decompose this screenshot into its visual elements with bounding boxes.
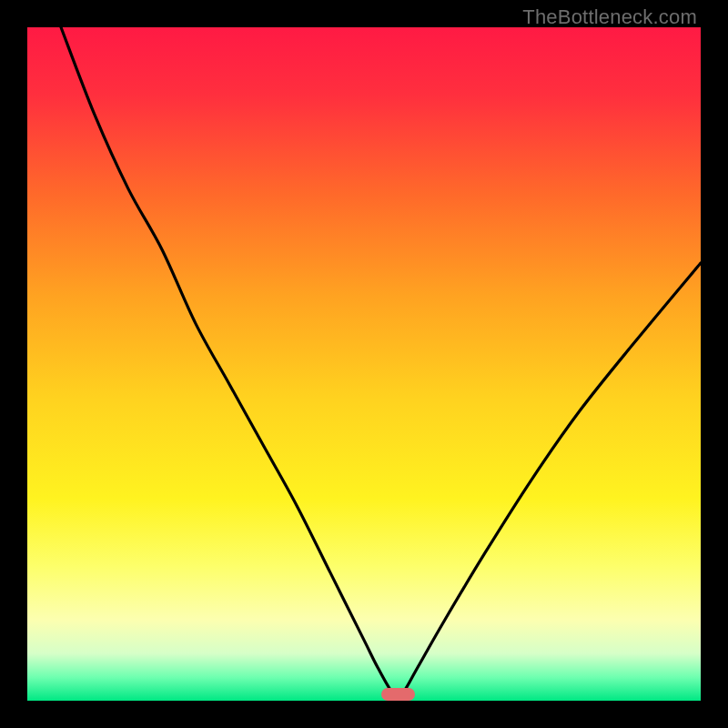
plot-area bbox=[27, 27, 701, 701]
watermark-text: TheBottleneck.com bbox=[522, 5, 697, 29]
bottleneck-curve bbox=[27, 27, 701, 701]
chart-frame: TheBottleneck.com bbox=[0, 0, 728, 728]
optimum-marker bbox=[381, 688, 415, 701]
